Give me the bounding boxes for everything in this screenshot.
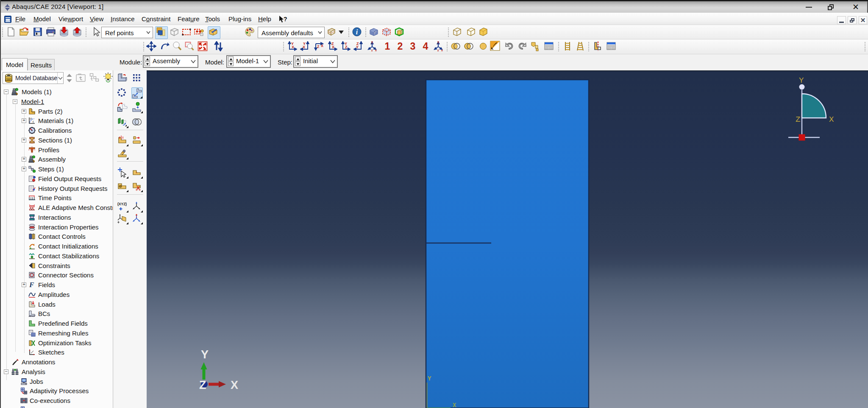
svg-text:i: i — [356, 28, 358, 36]
svg-text:Y: Y — [799, 76, 804, 85]
svg-text:ε: ε — [33, 120, 34, 123]
svg-text:X: X — [231, 379, 238, 391]
svg-text:Z: Z — [796, 115, 800, 124]
svg-text:z: z — [371, 49, 373, 51]
svg-text:?: ? — [284, 16, 287, 22]
svg-text:Y: Y — [201, 348, 209, 361]
svg-text:Y: Y — [428, 375, 431, 382]
svg-text:X: X — [453, 402, 456, 408]
svg-text:F: F — [29, 281, 34, 289]
svg-text:X: X — [829, 115, 834, 124]
svg-text:Y: Y — [356, 45, 359, 49]
svg-text:X: X — [292, 45, 294, 49]
svg-text:x: x — [375, 49, 377, 51]
svg-text:X: X — [303, 45, 305, 49]
svg-text:Z: Z — [345, 45, 348, 49]
svg-text:σ: σ — [30, 117, 32, 120]
svg-text:z: z — [437, 49, 439, 51]
svg-text:X: X — [332, 45, 334, 49]
svg-text:Z: Z — [199, 379, 206, 391]
svg-text:(XYZ): (XYZ) — [117, 202, 127, 206]
svg-text:X: X — [321, 44, 323, 48]
svg-text:x: x — [441, 49, 443, 51]
svg-text:Z: Z — [317, 45, 320, 49]
